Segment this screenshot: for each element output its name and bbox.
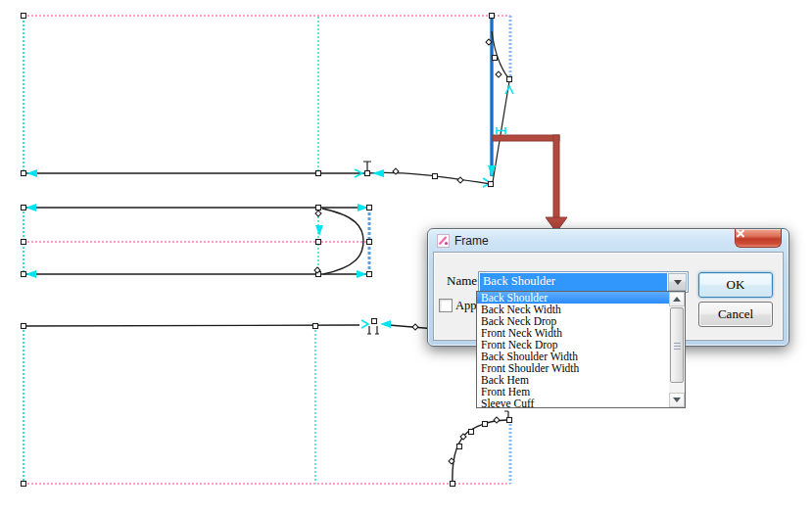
dialog-titlebar[interactable]: Frame (428, 229, 788, 252)
close-button[interactable] (735, 229, 782, 248)
list-item[interactable]: Back Shoulder (477, 292, 669, 304)
pattern-piece-front[interactable] (24, 325, 510, 484)
apply-checkbox-label: App (455, 299, 477, 313)
combobox-dropdown-button[interactable] (668, 273, 687, 291)
list-item[interactable]: Back Neck Drop (477, 315, 669, 327)
triangle-up-icon (673, 297, 681, 302)
name-label: Name: (447, 273, 481, 289)
name-combobox[interactable]: Back Shoulder (478, 271, 689, 293)
dropdown-scrollbar[interactable] (669, 292, 685, 407)
list-item[interactable]: Front Neck Width (477, 327, 669, 339)
list-item[interactable]: Back Shoulder Width (477, 351, 669, 362)
frame-dialog-icon (437, 234, 450, 248)
dropdown-items: Back Shoulder Back Neck Width Back Neck … (477, 292, 669, 409)
list-item[interactable]: Front Hem (477, 386, 669, 398)
dialog-title: Frame (454, 234, 489, 248)
scroll-up-button[interactable] (669, 292, 685, 306)
scrollbar-thumb[interactable] (670, 307, 684, 383)
list-item[interactable]: Front Neck Drop (477, 339, 669, 351)
apply-checkbox[interactable] (439, 299, 453, 312)
list-item[interactable]: Sleeve Cuff (477, 398, 669, 409)
cancel-button[interactable]: Cancel (698, 302, 773, 327)
scroll-down-button[interactable] (669, 393, 685, 407)
ok-button[interactable]: OK (698, 272, 773, 298)
list-item[interactable]: Back Hem (477, 374, 669, 386)
chevron-down-icon (674, 280, 682, 285)
pattern-piece-back[interactable] (24, 15, 510, 184)
annotation-arrow (493, 135, 567, 232)
list-item[interactable]: Front Shoulder Width (477, 362, 669, 374)
name-dropdown-list: Back Shoulder Back Neck Width Back Neck … (476, 291, 686, 408)
triangle-down-icon (673, 398, 681, 402)
combobox-value: Back Shoulder (480, 273, 667, 291)
close-icon (736, 229, 745, 238)
list-item[interactable]: Back Neck Width (477, 304, 669, 315)
scrollbar-gripper-icon (674, 343, 681, 350)
